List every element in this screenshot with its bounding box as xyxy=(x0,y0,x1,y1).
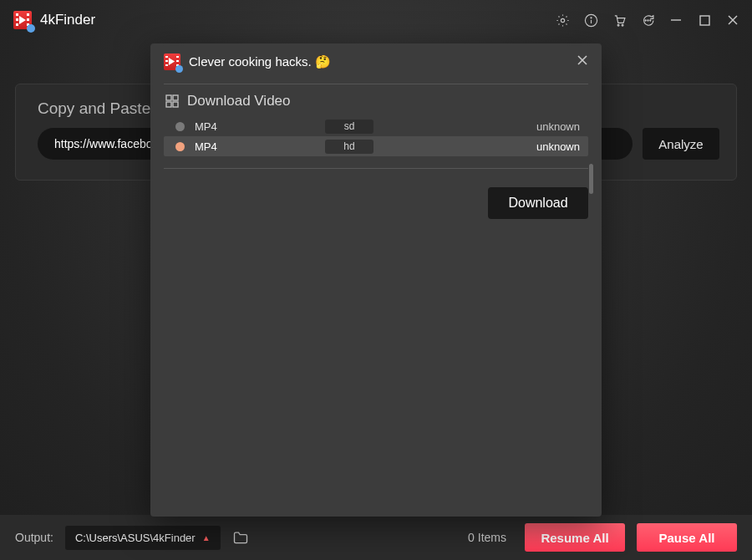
minimize-icon[interactable] xyxy=(668,13,683,28)
svg-rect-10 xyxy=(700,16,709,25)
modal-logo-icon xyxy=(164,53,180,70)
format-size: unknown xyxy=(536,140,580,153)
titlebar: 4kFinder xyxy=(0,0,752,40)
section-title: Download Video xyxy=(187,93,291,109)
app-title: 4kFinder xyxy=(40,12,95,28)
svg-point-0 xyxy=(561,18,564,22)
svg-rect-15 xyxy=(166,95,171,100)
format-name: MP4 xyxy=(195,120,325,133)
app-logo-icon xyxy=(13,11,32,29)
settings-icon[interactable] xyxy=(555,13,570,28)
svg-point-5 xyxy=(622,24,623,26)
cart-icon[interactable] xyxy=(612,13,627,28)
svg-point-4 xyxy=(617,24,619,26)
format-row[interactable]: MP4sdunknown xyxy=(164,116,588,136)
quality-badge: sd xyxy=(325,120,373,134)
video-grid-icon xyxy=(165,94,179,108)
svg-point-8 xyxy=(649,19,650,20)
svg-rect-17 xyxy=(166,102,171,107)
resume-all-button[interactable]: Resume All xyxy=(525,523,625,552)
info-icon[interactable] xyxy=(583,13,598,28)
format-name: MP4 xyxy=(195,140,325,153)
svg-rect-16 xyxy=(173,95,178,100)
analyze-button[interactable]: Analyze xyxy=(643,128,719,160)
format-row[interactable]: MP4hdunknown xyxy=(164,136,588,156)
scrollbar-thumb[interactable] xyxy=(589,164,593,194)
items-count: 0 Items xyxy=(468,531,506,544)
format-list: MP4sdunknownMP4hdunknown xyxy=(164,116,588,156)
output-label: Output: xyxy=(15,531,53,544)
quality-badge: hd xyxy=(325,140,373,154)
chevron-up-icon: ▲ xyxy=(202,533,211,542)
download-modal: Clever cooking hacks. 🤔 Download Video M… xyxy=(150,43,602,517)
svg-rect-18 xyxy=(173,102,178,107)
feedback-icon[interactable] xyxy=(640,13,655,28)
modal-title: Clever cooking hacks. 🤔 xyxy=(189,54,568,69)
svg-point-7 xyxy=(647,19,648,20)
maximize-icon[interactable] xyxy=(697,13,712,28)
download-button[interactable]: Download xyxy=(488,187,588,219)
titlebar-right xyxy=(555,13,740,28)
titlebar-left: 4kFinder xyxy=(13,11,95,29)
pause-all-button[interactable]: Pause All xyxy=(637,523,737,552)
svg-point-3 xyxy=(590,17,591,18)
modal-header: Clever cooking hacks. 🤔 xyxy=(164,43,588,80)
svg-point-6 xyxy=(645,19,646,20)
thinking-emoji-icon: 🤔 xyxy=(315,54,331,69)
modal-close-icon[interactable] xyxy=(577,54,588,69)
footer: Output: C:\Users\ASUS\4kFinder ▲ 0 Items… xyxy=(0,515,752,560)
output-path-selector[interactable]: C:\Users\ASUS\4kFinder ▲ xyxy=(65,526,221,550)
format-size: unknown xyxy=(536,120,580,133)
open-folder-icon[interactable] xyxy=(232,530,249,545)
download-video-section: Download Video MP4sdunknownMP4hdunknown … xyxy=(164,84,588,219)
radio-icon xyxy=(175,142,185,151)
radio-icon xyxy=(175,122,185,131)
close-icon[interactable] xyxy=(725,13,740,28)
output-path-text: C:\Users\ASUS\4kFinder xyxy=(75,532,196,544)
section-header: Download Video xyxy=(165,93,588,109)
divider xyxy=(164,168,588,169)
